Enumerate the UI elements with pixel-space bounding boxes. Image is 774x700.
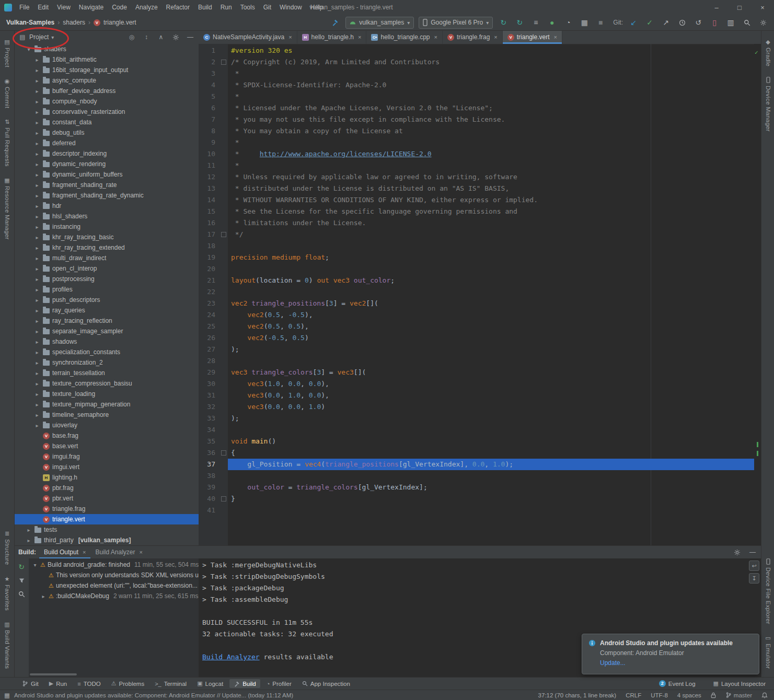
line-separator[interactable]: CRLF (626, 692, 641, 698)
code-line[interactable]: 17 */ (199, 229, 761, 240)
minimize-button[interactable]: – (705, 1, 728, 15)
notifications-bell-icon[interactable] (761, 692, 768, 698)
apply-changes-icon[interactable]: ↻ (498, 17, 509, 28)
code-line[interactable]: 20 (199, 263, 761, 275)
code-line[interactable]: 15 * See the License for the specific la… (199, 206, 761, 217)
tree-item[interactable]: ▸dynamic_uniform_buffers (14, 169, 199, 180)
chevron-right-icon[interactable]: ▸ (34, 214, 40, 219)
breadcrumb-item[interactable]: shaders (63, 19, 85, 26)
close-button[interactable]: × (751, 1, 774, 15)
chevron-right-icon[interactable]: ▸ (34, 203, 40, 209)
editor-tab-triangle-vert[interactable]: Vtriangle.vert× (503, 30, 562, 44)
tree-item[interactable]: Vpbr.vert (14, 493, 199, 504)
tool-stripe-gradle[interactable]: ◆Gradle (765, 39, 771, 66)
menu-run[interactable]: Run (216, 4, 236, 11)
toolwindow-button-layout-inspector[interactable]: ▦Layout Inspector (709, 679, 770, 688)
device-select[interactable]: Google Pixel 6 Pro ▾ (419, 17, 493, 29)
multi-device-icon[interactable]: ▦ (579, 17, 590, 28)
chevron-right-icon[interactable]: ▸ (34, 370, 40, 376)
code-line[interactable]: 32 vec3(0.0, 0.0, 1.0) (199, 401, 761, 413)
tree-item[interactable]: ▸timeline_semaphore (14, 410, 199, 420)
rollback-icon[interactable]: ↺ (692, 17, 704, 28)
chevron-right-icon[interactable]: ▸ (34, 172, 40, 178)
chevron-right-icon[interactable]: ▸ (26, 527, 32, 533)
code-line[interactable]: 33); (199, 413, 761, 424)
tree-item[interactable]: Vpbr.frag (14, 483, 199, 493)
chevron-down-icon[interactable]: ▾ (32, 562, 38, 568)
tree-item[interactable]: ▸deferred (14, 138, 199, 148)
tree-item[interactable]: ▸compute_nbody (14, 96, 199, 107)
code-line[interactable]: 4 * SPDX-License-Identifier: Apache-2.0 (199, 79, 761, 91)
chevron-right-icon[interactable]: ▸ (34, 287, 40, 293)
profiler-icon[interactable]: ◔ (562, 17, 574, 28)
chevron-right-icon[interactable]: ▸ (34, 308, 40, 313)
chevron-right-icon[interactable]: ▸ (34, 381, 40, 387)
menu-code[interactable]: Code (108, 4, 131, 11)
toolwindow-button-todo[interactable]: ≡TODO (73, 679, 105, 688)
tree-item[interactable]: ▸khr_ray_tracing_basic (14, 232, 199, 242)
run-config-select[interactable]: vulkan_samples ▾ (345, 17, 414, 29)
chevron-right-icon[interactable]: ▸ (34, 88, 40, 94)
tool-stripe-favorites[interactable]: ★Favorites (4, 576, 10, 611)
project-view-dropdown[interactable]: Project (29, 33, 49, 41)
code-line[interactable]: 1#version 320 es (199, 45, 761, 56)
code-line[interactable]: 24 vec2(0.5, -0.5), (199, 309, 761, 321)
fold-marker[interactable] (220, 493, 228, 505)
tree-item[interactable]: ▸separate_image_sampler (14, 326, 199, 336)
tool-stripe-pull-requests[interactable]: ⇅Pull Requests (4, 119, 10, 167)
code-line[interactable]: 13 * distributed under the License is di… (199, 183, 761, 194)
build-tree-item[interactable]: ▾⚠Build android_gradle: finished11 min, … (29, 559, 199, 570)
scroll-to-end-icon[interactable]: ↧ (749, 573, 759, 584)
tree-item[interactable]: ▸ray_tracing_reflection (14, 316, 199, 326)
tree-item[interactable]: Vimgui.frag (14, 451, 199, 462)
toolwindow-button-run[interactable]: ▶Run (45, 679, 72, 688)
chevron-right-icon[interactable]: ▸ (34, 349, 40, 355)
menu-build[interactable]: Build (194, 4, 216, 11)
chevron-right-icon[interactable]: ▸ (34, 182, 40, 188)
tree-item[interactable]: Vimgui.vert (14, 462, 199, 472)
device-mirror-icon[interactable]: ▯ (709, 17, 720, 28)
code-line[interactable]: 8 * You may obtain a copy of the License… (199, 125, 761, 137)
caret-position[interactable]: 37:12 (70 chars, 1 line break) (538, 692, 617, 698)
chevron-right-icon[interactable]: ▸ (34, 339, 40, 345)
code-line[interactable]: 18 (199, 240, 761, 252)
chevron-right-icon[interactable]: ▸ (34, 255, 40, 261)
toolwindow-button-terminal[interactable]: >_Terminal (151, 679, 191, 688)
close-tab-icon[interactable]: × (358, 34, 361, 40)
tree-item[interactable]: ▸fragment_shading_rate_dynamic (14, 190, 199, 201)
menu-edit[interactable]: Edit (33, 4, 53, 11)
code-line[interactable]: 10 * http://www.apache.org/licenses/LICE… (199, 148, 761, 160)
collapse-all-icon[interactable]: ∧ (157, 33, 165, 41)
tree-item[interactable]: ▸conservative_rasterization (14, 107, 199, 117)
hide-panel-icon[interactable]: — (186, 33, 194, 41)
push-icon[interactable]: ↗ (660, 17, 672, 28)
menu-view[interactable]: View (53, 4, 75, 11)
chevron-right-icon[interactable]: ▸ (34, 130, 40, 136)
chevron-right-icon[interactable]: ▸ (34, 297, 40, 303)
tree-item[interactable]: ▸shadows (14, 336, 199, 347)
tree-item[interactable]: ▸fragment_shading_rate (14, 180, 199, 190)
filter-warnings-icon[interactable] (17, 576, 26, 585)
code-line[interactable]: 36{ (199, 447, 761, 459)
tree-item[interactable]: ▸16bit_storage_input_output (14, 65, 199, 75)
chevron-right-icon[interactable]: ▸ (34, 245, 40, 251)
menu-refactor[interactable]: Refactor (162, 4, 194, 11)
code-line[interactable]: 19precision mediump float; (199, 252, 761, 263)
breadcrumb-item[interactable]: Vulkan-Samples (6, 19, 54, 26)
license-url-link[interactable]: http://www.apache.org/licenses/LICENSE-2… (260, 150, 432, 158)
tree-item[interactable]: ▸open_cl_interop (14, 263, 199, 274)
tree-item[interactable]: ▸terrain_tessellation (14, 368, 199, 378)
menu-navigate[interactable]: Navigate (75, 4, 108, 11)
code-line[interactable]: 39 out_color = triangle_colors[gl_Vertex… (199, 482, 761, 493)
chevron-right-icon[interactable]: ▸ (34, 57, 40, 63)
code-line[interactable]: 7 * you may not use this file except in … (199, 114, 761, 125)
tree-item[interactable]: ▸buffer_device_address (14, 86, 199, 96)
update-project-icon[interactable]: ↙ (628, 17, 639, 28)
toolwindow-button-logcat[interactable]: ▣Logcat (193, 679, 227, 688)
code-line[interactable]: 29vec3 triangle_colors[3] = vec3[]( (199, 367, 761, 378)
code-line[interactable]: 3 * (199, 68, 761, 79)
tree-item[interactable]: ▸debug_utils (14, 127, 199, 138)
horizontal-scrollbar[interactable] (30, 673, 77, 675)
tool-stripe-structure[interactable]: ≣Structure (4, 530, 10, 565)
close-tab-icon[interactable]: × (288, 34, 292, 40)
